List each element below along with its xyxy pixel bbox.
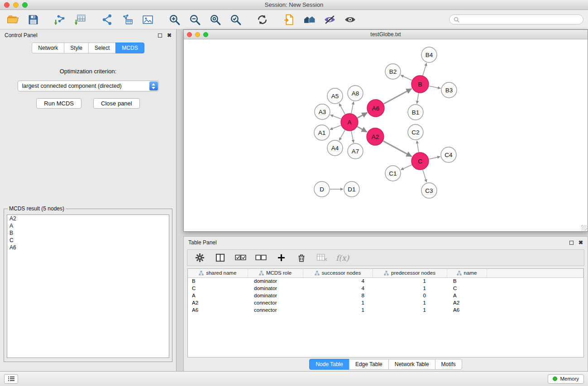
edge-C-C4[interactable] <box>429 157 440 159</box>
result-item[interactable]: A2 <box>7 215 169 222</box>
column-header-successor-nodes[interactable]: successor nodes <box>303 269 373 277</box>
table-cell[interactable]: 1 <box>373 299 447 306</box>
mcds-result-list[interactable]: A2ABCA6 <box>7 214 169 358</box>
table-cell[interactable]: A6 <box>188 306 248 314</box>
table-cell[interactable]: 1 <box>373 285 447 292</box>
zoom-selected-button[interactable] <box>227 12 244 27</box>
deselect-all-button[interactable] <box>254 252 267 264</box>
node-A5[interactable]: A5 <box>327 88 343 104</box>
minimize-window-button[interactable] <box>13 2 19 8</box>
function-builder-button[interactable]: f(x) <box>336 253 349 262</box>
network-window-titlebar[interactable]: testGlobe.txt <box>184 30 588 39</box>
table-row[interactable]: Bdominator41B <box>188 277 583 285</box>
float-panel-icon[interactable] <box>158 33 162 38</box>
node-B1[interactable]: B1 <box>408 105 423 120</box>
edge-A6-B[interactable] <box>384 89 412 104</box>
node-A3[interactable]: A3 <box>315 104 330 119</box>
result-item[interactable]: A6 <box>7 244 169 251</box>
edge-C-C2[interactable] <box>417 141 419 152</box>
sort-icon[interactable] <box>315 271 320 276</box>
zoom-out-button[interactable] <box>186 12 203 27</box>
table-row[interactable]: A6connector11A6 <box>188 306 583 314</box>
edge-A-A6[interactable] <box>358 113 368 118</box>
edge-C-C3[interactable] <box>423 170 427 182</box>
table-cell[interactable]: 4 <box>303 285 373 292</box>
table-cell[interactable]: A <box>447 292 487 299</box>
table-cell[interactable]: connector <box>248 306 303 314</box>
table-cell[interactable]: 4 <box>303 277 373 285</box>
zoom-fit-button[interactable] <box>207 12 224 27</box>
edge-B-B1[interactable] <box>417 93 419 104</box>
node-C4[interactable]: C4 <box>441 147 456 162</box>
edge-B-B2[interactable] <box>401 75 412 81</box>
network-zoom-button[interactable] <box>203 32 208 37</box>
sort-icon[interactable] <box>457 271 462 276</box>
column-header-mcds-role[interactable]: MCDS role <box>248 269 303 277</box>
node-A[interactable]: A <box>341 114 358 131</box>
tab-mcds[interactable]: MCDS <box>115 43 144 53</box>
network-image-button[interactable] <box>139 12 156 27</box>
table-cell[interactable]: connector <box>248 299 303 306</box>
search-box[interactable] <box>449 14 583 24</box>
import-table-button[interactable] <box>72 12 89 27</box>
open-folder-button[interactable] <box>5 12 21 27</box>
table-cell[interactable]: C <box>188 285 248 292</box>
tab-motifs[interactable]: Motifs <box>435 359 462 370</box>
network-fork-button[interactable] <box>99 12 115 27</box>
zoom-in-button[interactable] <box>166 12 183 27</box>
node-D[interactable]: D <box>314 181 330 197</box>
node-B[interactable]: B <box>411 76 429 93</box>
table-cell[interactable]: A2 <box>188 299 248 306</box>
node-A8[interactable]: A8 <box>348 86 363 101</box>
document-arrow-button[interactable] <box>281 12 297 27</box>
table-cell[interactable]: dominator <box>248 277 303 285</box>
split-columns-button[interactable] <box>214 252 226 264</box>
node-B3[interactable]: B3 <box>441 82 457 98</box>
close-panel-icon[interactable]: ✖ <box>167 33 172 38</box>
edge-B-B3[interactable] <box>429 86 441 88</box>
tab-style[interactable]: Style <box>64 43 89 53</box>
tab-select[interactable]: Select <box>88 43 116 53</box>
edge-A-A7[interactable] <box>351 131 354 143</box>
float-table-panel-icon[interactable] <box>569 241 574 245</box>
node-A6[interactable]: A6 <box>367 100 384 117</box>
delete-row-button[interactable] <box>295 252 308 264</box>
table-cell[interactable]: A <box>188 292 248 299</box>
table-cell[interactable]: dominator <box>248 285 303 292</box>
node-A1[interactable]: A1 <box>314 125 330 140</box>
run-mcds-button[interactable]: Run MCDS <box>36 98 81 109</box>
network-minimize-button[interactable] <box>195 32 200 37</box>
import-network-button[interactable] <box>52 12 68 27</box>
column-header-predecessor-nodes[interactable]: predecessor nodes <box>373 269 447 277</box>
table-cell[interactable]: B <box>447 277 487 285</box>
network-close-button[interactable] <box>187 32 192 37</box>
node-A7[interactable]: A7 <box>348 143 363 159</box>
node-C2[interactable]: C2 <box>408 124 423 140</box>
node-table-container[interactable]: shared nameMCDS rolesuccessor nodesprede… <box>187 268 584 357</box>
table-row[interactable]: Cdominator41C <box>188 285 583 292</box>
panel-list-button[interactable] <box>4 374 18 384</box>
table-cell[interactable]: B <box>188 277 248 285</box>
close-window-button[interactable] <box>4 2 10 8</box>
table-cell[interactable]: 1 <box>303 306 373 314</box>
table-x-button[interactable] <box>316 252 328 264</box>
tab-edge-table[interactable]: Edge Table <box>349 359 389 370</box>
network-canvas[interactable]: B4B2BB3A8A5A6A3B1AC2A1A2A4A7C4CC1C3DD1 <box>184 39 588 231</box>
result-item[interactable]: A <box>7 222 169 229</box>
table-cell[interactable]: 0 <box>373 292 447 299</box>
select-all-button[interactable] <box>234 252 247 264</box>
add-row-button[interactable] <box>275 252 287 264</box>
node-A2[interactable]: A2 <box>367 128 384 145</box>
result-item[interactable]: B <box>7 229 169 237</box>
gear-button[interactable] <box>193 252 206 264</box>
eye-button[interactable] <box>342 12 359 27</box>
table-row[interactable]: Adominator80A <box>188 292 583 299</box>
table-cell[interactable]: 1 <box>373 277 447 285</box>
sort-icon[interactable] <box>384 271 389 276</box>
memory-button[interactable]: Memory <box>548 374 584 384</box>
table-cell[interactable]: 8 <box>303 292 373 299</box>
network-graph[interactable]: B4B2BB3A8A5A6A3B1AC2A1A2A4A7C4CC1C3DD1 <box>184 39 588 231</box>
fullscreen-window-button[interactable] <box>22 2 28 8</box>
tab-network[interactable]: Network <box>32 43 64 53</box>
column-header-name[interactable]: name <box>447 269 487 277</box>
